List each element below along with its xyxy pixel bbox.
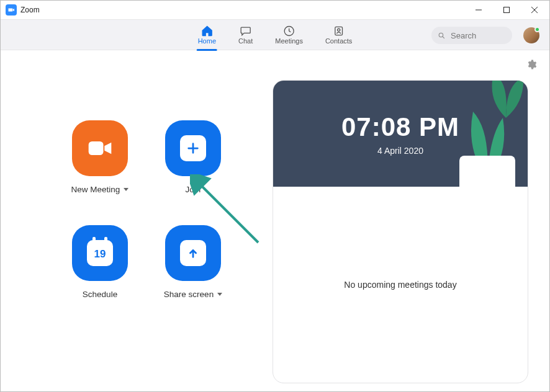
tab-label: Home [198,37,216,45]
plus-icon [180,135,206,161]
no-meetings-text: No upcoming meetings today [344,280,456,290]
tab-home[interactable]: Home [197,22,217,47]
join-button[interactable] [165,120,221,176]
home-icon [201,25,213,37]
title-bar: Zoom [1,1,549,19]
chat-icon [240,25,252,37]
action-grid: New Meeting Join 19 [53,120,240,299]
app-title: Zoom [20,6,40,14]
tab-label: Chat [238,37,253,45]
calendar-card: 07:08 PM 4 April 2020 No upcoming meetin… [273,80,528,383]
maximize-button[interactable] [492,1,520,19]
current-date: 4 April 2020 [377,146,423,156]
calendar-hero: 07:08 PM 4 April 2020 [273,81,528,187]
new-meeting-button[interactable] [72,120,128,176]
svg-point-7 [439,33,443,37]
svg-rect-1 [503,7,509,13]
minimize-button[interactable] [464,1,492,19]
top-nav: Home Chat Meetings Contacts Search [1,19,549,50]
search-placeholder: Search [451,31,476,40]
clock-icon [283,25,295,37]
app-icon [6,4,17,16]
action-label: Schedule [83,290,117,299]
tab-label: Meetings [275,37,303,45]
action-schedule: 19 Schedule [53,225,147,299]
action-share-screen: Share screen [147,225,240,299]
action-label: Join [186,185,201,194]
avatar[interactable] [523,27,539,43]
tab-meetings[interactable]: Meetings [274,22,304,47]
svg-rect-9 [89,141,104,155]
video-icon [86,135,114,162]
calendar-body: No upcoming meetings today [273,187,528,383]
main-body: New Meeting Join 19 [1,50,549,391]
calendar-day: 19 [94,248,106,261]
svg-point-6 [338,29,340,31]
share-screen-button[interactable] [165,225,221,281]
svg-line-8 [443,37,444,38]
calendar-icon: 19 [87,240,113,266]
presence-indicator [534,27,540,32]
window-controls [464,1,548,19]
chevron-down-icon[interactable] [217,293,222,296]
upload-arrow-icon [180,240,206,266]
action-join: Join [147,120,240,194]
search-icon [438,32,446,40]
contacts-icon [333,25,345,37]
action-label: New Meeting [71,185,120,194]
current-time: 07:08 PM [341,112,459,142]
close-button[interactable] [520,1,548,19]
settings-button[interactable] [526,59,537,73]
tab-contacts[interactable]: Contacts [324,22,353,47]
chevron-down-icon[interactable] [124,188,128,191]
schedule-button[interactable]: 19 [72,225,128,281]
search-input[interactable]: Search [431,27,512,44]
action-new-meeting: New Meeting [53,120,147,194]
plant-pot-decoration [459,156,515,187]
action-label: Share screen [164,290,214,299]
tab-label: Contacts [325,37,352,45]
tab-chat[interactable]: Chat [237,22,254,47]
